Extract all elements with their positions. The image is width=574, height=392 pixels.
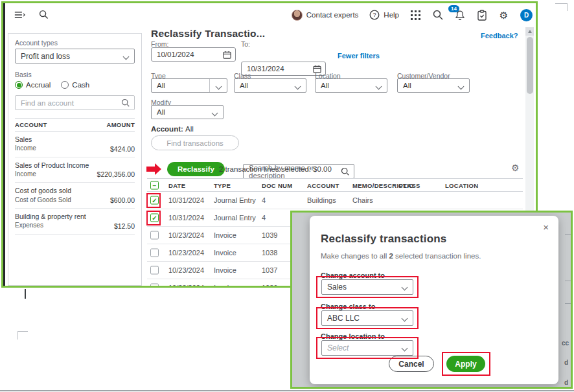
account-amount: $424.00 xyxy=(110,145,135,153)
table-gear-icon[interactable]: ⚙ xyxy=(511,162,520,174)
account-type: Income xyxy=(15,170,89,179)
cell-date: 10/23/2024 xyxy=(168,284,204,288)
row-checkbox-cell: ✓ xyxy=(150,196,159,205)
account-cell: Cost of goods soldCost of Goods Sold xyxy=(15,186,71,204)
customer-vendor-select[interactable]: All xyxy=(397,78,470,93)
user-avatar[interactable]: D xyxy=(520,9,533,21)
cell-type: Invoice xyxy=(214,231,236,239)
account-amount: $12.50 xyxy=(114,222,135,230)
window-edge xyxy=(3,3,5,286)
cell-type: Journal Entry xyxy=(214,196,256,204)
find-account-input[interactable]: Find an account xyxy=(15,95,135,110)
radio-accrual-dot xyxy=(15,81,23,89)
cell-doc-num: 1038 xyxy=(262,249,277,257)
hamburger-menu-icon[interactable] xyxy=(14,9,25,20)
change-class-select[interactable]: ABC LLC xyxy=(321,310,413,326)
cell-type: Journal Entry xyxy=(214,214,256,222)
apply-button[interactable]: Apply xyxy=(446,356,485,372)
row-checkbox[interactable] xyxy=(150,249,159,257)
account-cell: SalesIncome xyxy=(15,135,36,153)
search-icon xyxy=(341,167,350,178)
search-icon[interactable] xyxy=(432,10,443,21)
basis-radio-group: Accrual Cash xyxy=(15,81,135,89)
change-class-label: Change class to xyxy=(321,303,375,310)
account-cell: Sales of Product IncomeIncome xyxy=(15,161,89,179)
radio-accrual[interactable]: Accrual xyxy=(15,81,51,89)
cell-doc-num: 1039 xyxy=(262,231,277,239)
to-date-input[interactable]: 10/31/2024 xyxy=(241,62,326,76)
account-types-label: Account types xyxy=(15,39,135,47)
contact-experts-label: Contact experts xyxy=(306,11,359,19)
account-type: Expenses xyxy=(15,221,86,230)
row-checkbox[interactable] xyxy=(150,266,159,275)
feedback-link[interactable]: Feedback? xyxy=(481,32,518,40)
col-date: DATE xyxy=(168,181,185,189)
row-checkbox[interactable] xyxy=(150,284,159,288)
change-class-field: ABC LLC xyxy=(321,310,413,326)
change-location-select[interactable]: Select xyxy=(321,340,413,356)
radio-cash[interactable]: Cash xyxy=(61,81,89,89)
cell-date: 10/23/2024 xyxy=(168,249,204,257)
account-list: SalesIncome$424.00Sales of Product Incom… xyxy=(15,132,135,235)
select-all-checkbox[interactable]: – xyxy=(150,181,159,189)
location-select[interactable]: All xyxy=(315,78,387,93)
account-amount: $600.00 xyxy=(110,196,135,204)
reclassify-button[interactable]: Reclassify xyxy=(167,162,225,176)
find-transactions-button[interactable]: Find transactions xyxy=(151,135,239,150)
contact-experts-button[interactable]: Contact experts xyxy=(292,10,359,21)
account-filter-line: Account: All xyxy=(151,125,194,133)
table-row: ✓10/31/2024Journal Entry4BuildingsChairs xyxy=(147,192,523,209)
basis-label: Basis xyxy=(15,71,135,78)
apps-grid-icon[interactable] xyxy=(410,10,421,21)
account-row[interactable]: Cost of goods soldCost of Goods Sold$600… xyxy=(15,183,135,209)
row-checkbox-cell xyxy=(150,284,159,288)
row-checkbox[interactable] xyxy=(150,231,159,240)
col-class: CLASS xyxy=(398,181,420,189)
account-row[interactable]: Sales of Product IncomeIncome$220,356.00 xyxy=(15,157,135,183)
account-name: Sales xyxy=(15,135,36,144)
notifications-bell-icon[interactable]: 14 xyxy=(454,10,465,21)
cell-doc-num: 1036 xyxy=(262,284,277,288)
type-select[interactable]: All xyxy=(151,78,227,93)
change-account-select[interactable]: Sales xyxy=(321,279,413,295)
row-checkbox-cell xyxy=(150,249,159,257)
account-row[interactable]: Building & property rentExpenses$12.50 xyxy=(15,209,135,235)
table-header-row: – DATE TYPE DOC NUM ACCOUNT MEMO/DESCRIP… xyxy=(147,178,523,192)
account-types-select[interactable]: Profit and loss xyxy=(15,49,135,63)
cell-type: Invoice xyxy=(214,266,236,274)
class-select[interactable]: All xyxy=(234,78,306,93)
col-type: TYPE xyxy=(214,181,231,189)
fewer-filters-link[interactable]: Fewer filters xyxy=(338,52,380,60)
close-icon[interactable]: × xyxy=(543,222,549,232)
account-amount: $220,356.00 xyxy=(97,170,135,178)
from-date-input[interactable]: 10/01/2024 xyxy=(151,47,236,62)
topbar-search-icon[interactable] xyxy=(38,9,49,20)
cancel-button[interactable]: Cancel xyxy=(389,356,434,372)
background-text-fragment: cc xyxy=(562,340,569,347)
account-name: Cost of goods sold xyxy=(15,186,71,195)
tasks-clipboard-icon[interactable] xyxy=(476,10,487,21)
page-bottom-line xyxy=(0,390,574,391)
row-checkbox[interactable]: ✓ xyxy=(150,214,159,222)
cell-type: Invoice xyxy=(214,249,236,257)
modal-screenshot: cc d d × Reclassify transactions Make ch… xyxy=(290,211,573,389)
col-doc-num: DOC NUM xyxy=(262,181,293,189)
modify-select[interactable]: All xyxy=(151,105,224,119)
help-icon: ? xyxy=(369,10,380,20)
topbar: Contact experts ? Help 14 xyxy=(5,3,536,27)
scrollbar-up-arrow[interactable] xyxy=(525,27,534,36)
cell-date: 10/31/2024 xyxy=(168,214,204,222)
account-row[interactable]: SalesIncome$424.00 xyxy=(15,132,135,157)
row-checkbox[interactable]: ✓ xyxy=(150,196,159,205)
account-name: Sales of Product Income xyxy=(15,161,89,170)
settings-gear-icon[interactable]: ⚙ xyxy=(498,10,509,21)
change-location-field: Select xyxy=(321,340,413,356)
help-button[interactable]: ? Help xyxy=(369,10,399,20)
calendar-icon[interactable] xyxy=(223,51,231,60)
account-list-header: ACCOUNT AMOUNT xyxy=(15,118,135,132)
crop-mark-tick xyxy=(25,289,26,299)
account-name: Building & property rent xyxy=(15,212,86,221)
col-location: LOCATION xyxy=(445,181,478,189)
scrollbar-thumb[interactable] xyxy=(527,37,533,94)
background-text-fragment: d xyxy=(564,379,568,386)
